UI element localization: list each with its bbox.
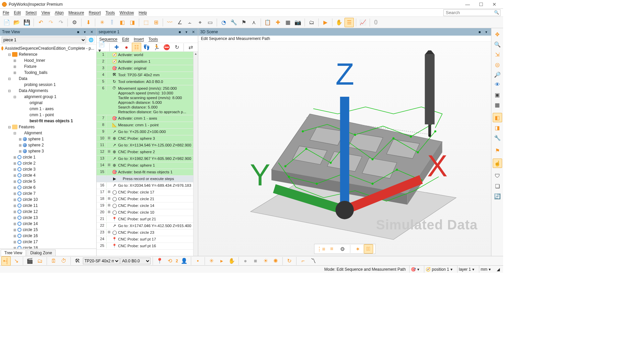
tree-node[interactable]: ⊟ Data Alignments — [0, 88, 96, 94]
ftb-spark-icon[interactable]: ✶ — [353, 244, 362, 254]
search-input[interactable] — [443, 9, 500, 16]
redo-icon[interactable]: ↷ — [56, 18, 65, 27]
bt-arrow-icon[interactable]: ↘ — [11, 256, 21, 266]
bt-tool-select[interactable]: TP20-SF 40x2 mm — [83, 258, 120, 264]
options-icon[interactable]: ⚙ — [70, 18, 79, 27]
tree-node[interactable]: ⊞ circle 1 — [0, 154, 96, 160]
tab-dialog-zone[interactable]: Dialog Zone — [26, 250, 56, 256]
seq-expand-icon[interactable] — [107, 223, 111, 223]
seq-step-row[interactable]: 17 ⊞ ◯ CNC Probe: circle 17 ▾ — [97, 189, 198, 196]
seq-run-icon[interactable]: 🏃 — [152, 43, 161, 52]
seq-step-row[interactable]: 3 🎯 Activate: original ▾ — [97, 65, 198, 72]
minimize-button[interactable]: — — [461, 2, 474, 7]
flag-icon[interactable]: ⚑ — [239, 18, 249, 27]
tree-toggle-icon[interactable]: ⊞ — [13, 246, 17, 249]
tree-node[interactable]: ⊞ circle 4 — [0, 172, 96, 178]
panel-pin-icon[interactable]: ■ — [177, 30, 182, 34]
stop-hand-icon[interactable]: ✋ — [334, 18, 344, 27]
tree-toggle-icon[interactable]: ⊞ — [13, 222, 17, 226]
rt-slice-icon[interactable]: ◨ — [493, 123, 502, 132]
rt-shield-icon[interactable]: 🛡 — [493, 171, 502, 181]
panel-close-icon[interactable]: ✕ — [191, 30, 196, 34]
seq-step-row[interactable]: 18 ⊞ ◯ CNC Probe: circle 21 ▾ — [97, 196, 198, 203]
seq-step-row[interactable]: 20 ⊞ ◯ CNC Probe: circle 10 ▾ — [97, 209, 198, 216]
tree-node[interactable]: ⊞ circle 12 — [0, 209, 96, 215]
maximize-button[interactable]: ☐ — [474, 2, 488, 7]
tree-node[interactable]: ⊞ circle 18 — [0, 245, 96, 249]
seq-step-row[interactable]: 7 🎯 Activate: cmm 1 - axes ▾ — [97, 115, 198, 122]
wrench-icon[interactable]: 🔧 — [229, 18, 238, 27]
tree-node[interactable]: ⊞ Fixture — [0, 63, 96, 70]
seq-step-row[interactable]: 25 📍 CNC Probe: surf pt 16 ▾ — [97, 243, 198, 250]
seq-step-row[interactable]: 19 ⊞ ◯ CNC Probe: circle 14 ▾ — [97, 203, 198, 209]
tree-node[interactable]: ⊞ circle 2 — [0, 160, 96, 166]
tree-node[interactable]: ⊟ Reference — [0, 51, 96, 57]
seq-expand-icon[interactable] — [107, 79, 111, 79]
tree-toggle-icon[interactable]: ⊞ — [13, 59, 17, 62]
seq-step-row[interactable]: 16 ↗ Go to: X=2034.546 Y=-689.434 Z=976.… — [97, 182, 198, 189]
seq-expand-icon[interactable]: ⊞ — [107, 229, 111, 234]
seq-menu-edit[interactable]: Edit — [122, 37, 129, 42]
seq-steps-icon[interactable]: 👣 — [142, 43, 151, 52]
seq-expand-icon[interactable] — [107, 115, 111, 116]
wave-icon[interactable]: 〰 — [165, 18, 174, 27]
bt-clapper-icon[interactable]: 🎬 — [25, 256, 35, 266]
tree-node[interactable]: ⊞ circle 6 — [0, 184, 96, 190]
seq-step-row[interactable]: 5 ↻ Tool orientation: A0.0 B0.0 ▾ — [97, 79, 198, 85]
bt-angle-icon[interactable]: ▸ — [217, 256, 226, 266]
seq-expand-icon[interactable] — [107, 122, 111, 123]
bt-folder-icon[interactable]: 🗂 — [35, 256, 45, 266]
menu-measure[interactable]: Measure — [68, 10, 84, 15]
seq-step-row[interactable]: 10 ⊞ ⊕ CNC Probe: sphere 3 ▾ — [97, 135, 198, 142]
seq-stop-icon[interactable]: ⛔ — [162, 43, 171, 52]
seq-step-row[interactable]: 24 📍 CNC Probe: surf pt 17 ▾ — [97, 236, 198, 243]
menu-select[interactable]: Select — [25, 10, 37, 15]
bt-burst-icon[interactable]: ✺ — [271, 256, 280, 266]
new-icon[interactable]: 📄 — [2, 18, 11, 27]
rt-shape-icon[interactable]: ❏ — [493, 181, 502, 191]
seq-menu-insert[interactable]: Insert — [134, 37, 144, 42]
tree-node[interactable]: ⊟ Features — [0, 124, 96, 130]
seq-expand-icon[interactable] — [107, 156, 111, 156]
tree-node[interactable]: ⊞ circle 11 — [0, 203, 96, 209]
camera-icon[interactable]: 📷 — [293, 18, 303, 27]
bt-hand-icon[interactable]: ✋ — [227, 256, 236, 266]
import-icon[interactable]: ⬇ — [84, 18, 93, 27]
bt-calendar-icon[interactable]: 🗓 — [49, 256, 58, 266]
tree-node[interactable]: ⊟ Alignment — [0, 130, 96, 136]
bt-robot-icon[interactable]: 〽 — [309, 256, 318, 266]
tree-toggle-icon[interactable]: ⊞ — [18, 137, 22, 141]
box-pts-icon[interactable]: ⊞ — [151, 18, 161, 27]
bt-timer-icon[interactable]: ⏱ — [59, 256, 68, 266]
spark-icon[interactable]: ✳ — [97, 18, 107, 27]
ftb-gear-icon[interactable]: ⚙ — [338, 244, 347, 254]
binary-icon[interactable]: ⦙⦙ — [107, 18, 117, 27]
panel-close-icon[interactable]: ✕ — [89, 30, 94, 34]
seq-expand-icon[interactable] — [107, 142, 111, 143]
tree-node[interactable]: ⊞ sphere 2 — [0, 142, 96, 148]
close-button[interactable]: ✕ — [488, 2, 501, 7]
tree-toggle-icon[interactable]: ⊟ — [7, 125, 11, 129]
seq-step-row[interactable]: 15 🎯 Activate: best-fit meas objects 1 ▾ — [97, 169, 198, 176]
tree-toggle-icon[interactable]: ⊞ — [13, 210, 17, 214]
bt-repeat-icon[interactable]: ↻ — [285, 256, 294, 266]
compass-icon[interactable]: ⋏ — [249, 18, 259, 27]
tree-node[interactable]: ⊞ circle 10 — [0, 196, 96, 203]
seq-step-row[interactable]: 13 ↗ Go to: X=1982.967 Y=-605.980 Z=982.… — [97, 156, 198, 162]
seq-step-row[interactable]: 8 📐 Measure: cmm 1 - point ▾ — [97, 122, 198, 129]
status-resize-icon[interactable]: ◢ — [495, 266, 501, 273]
seq-list-icon[interactable]: ☰ — [344, 18, 354, 27]
bt-pin-icon[interactable]: 📍 — [155, 256, 164, 266]
menu-view[interactable]: View — [41, 10, 50, 15]
undo-icon[interactable]: ↶ — [36, 18, 45, 27]
ftb-list-icon[interactable]: ⋮≡ — [316, 244, 326, 254]
tree-toggle-icon[interactable]: ⊞ — [13, 234, 17, 238]
tree-node[interactable]: ⊟ alignment group 1 — [0, 94, 96, 100]
ftb-eye-off-icon[interactable]: 👁̸ — [364, 244, 373, 254]
scene-3d-viewport[interactable]: Simulated Data X Y Z ⋮≡ ≡ ⚙ ✶ 👁̸ — [198, 42, 491, 256]
open-icon[interactable]: 📂 — [12, 18, 21, 27]
layers-icon[interactable]: 🗂 — [307, 18, 316, 27]
bt-wand-icon[interactable]: ✳ — [207, 256, 216, 266]
tree-node[interactable]: ⊞ Hood_Inner — [0, 57, 96, 63]
tab-tree-view[interactable]: Tree View — [1, 250, 26, 256]
